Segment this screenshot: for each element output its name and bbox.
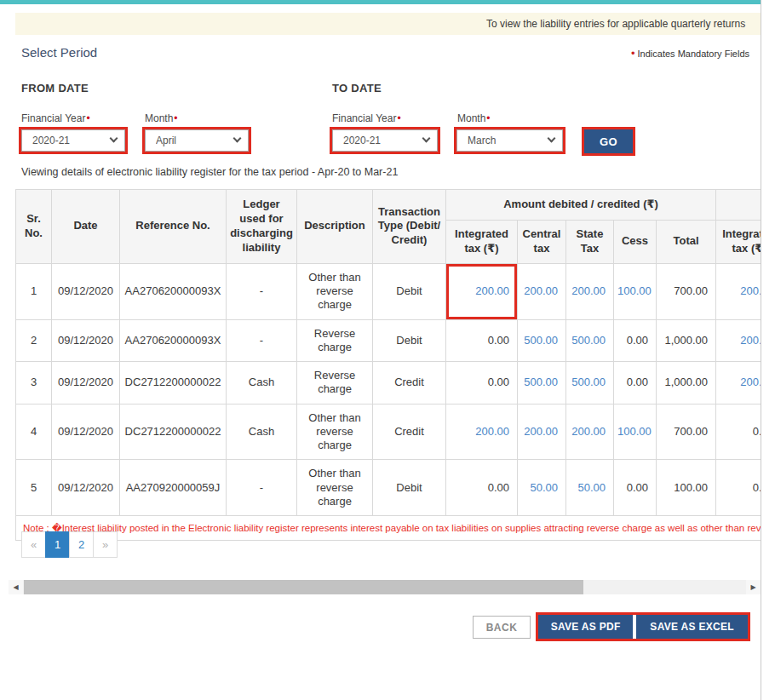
amount-cell: 1,000.00 (657, 362, 716, 405)
table-row: 509/12/2020AA270920000059J-Other than re… (16, 460, 761, 516)
table-row: 409/12/2020DC2712200000022CashOther than… (16, 404, 761, 460)
table-note: Note : �Interest liability posted in the… (16, 516, 761, 541)
amount-link-cell[interactable]: 200.00 (566, 404, 614, 460)
to-fy-highlight-box: 2020-21 (330, 127, 440, 154)
required-asterisk: • (174, 112, 177, 124)
amount-cell: 0.00 (446, 362, 518, 405)
save-as-pdf-button[interactable]: SAVE AS PDF (538, 615, 633, 639)
from-financial-year-label: Financial Year• (21, 112, 90, 124)
transaction-type-cell: Debit (373, 263, 446, 319)
table-row: 109/12/2020AA270620000093X-Other than re… (16, 263, 761, 319)
amount-link-cell[interactable]: 500.00 (518, 362, 566, 405)
amount-cell: 0.00 (614, 460, 657, 516)
table-row: 209/12/2020AA270620000093X-Reverse charg… (16, 319, 761, 362)
ledger-cell: Cash (227, 362, 297, 405)
amount-link-cell[interactable]: 200.00 (446, 404, 518, 460)
amount-cell: 100.00 (657, 460, 716, 516)
amount-cell: 1,000.00 (657, 319, 716, 362)
date-cell: 09/12/2020 (52, 263, 120, 319)
ledger-cell: Cash (227, 404, 297, 460)
ledger-cell: - (227, 319, 297, 362)
reference-no-cell: DC2712200000022 (120, 404, 227, 460)
reference-no-cell: AA270620000093X (120, 263, 227, 319)
amount-cell: 700.00 (657, 404, 716, 460)
to-month-select[interactable]: March (456, 129, 563, 152)
col-header-description: Description (297, 190, 373, 264)
date-cell: 09/12/2020 (52, 460, 120, 516)
amount-link-cell[interactable]: 200.00 (716, 319, 761, 362)
amount-cell: 0.00 (446, 460, 518, 516)
ledger-cell: - (227, 263, 297, 319)
col-header-state-tax: State Tax (566, 221, 614, 264)
amount-link-cell[interactable]: 200.00 (716, 362, 761, 405)
col-header-ledger: Ledger used for discharging liability (227, 190, 297, 264)
note-row: Note : �Interest liability posted in the… (16, 516, 761, 541)
col-header-sr-no: Sr. No. (16, 190, 52, 264)
col-header-integrated-tax-extra: Integrated tax (₹) (716, 221, 761, 264)
right-edge-divider (761, 0, 761, 700)
amount-cell: 0.00 (446, 319, 518, 362)
amount-link-cell[interactable]: 100.00 (614, 263, 657, 319)
col-header-date: Date (52, 190, 120, 264)
required-asterisk: • (86, 112, 89, 124)
mandatory-dot-icon: • (631, 47, 635, 60)
amount-link-cell[interactable]: 500.00 (566, 319, 614, 362)
liability-table-body: 109/12/2020AA270620000093X-Other than re… (16, 263, 761, 515)
from-month-label: Month• (145, 112, 178, 124)
required-asterisk: • (397, 112, 400, 124)
description-cell: Other than reverse charge (297, 404, 373, 460)
transaction-type-cell: Debit (373, 319, 446, 362)
from-month-select[interactable]: April (145, 129, 249, 152)
liability-register-page: To view the liability entries for applic… (0, 0, 775, 700)
sr-no-cell: 2 (16, 319, 52, 362)
amount-link-cell[interactable]: 500.00 (566, 362, 614, 405)
horizontal-scrollbar[interactable]: ◀ ▶ (9, 580, 761, 594)
viewing-details-text: Viewing details of electronic liability … (21, 166, 398, 178)
go-button[interactable]: GO (584, 129, 633, 153)
liability-table: Sr. No. Date Reference No. Ledger used f… (15, 189, 761, 541)
reference-no-cell: DC2712200000022 (120, 362, 227, 405)
pagination-next-button[interactable]: » (93, 531, 118, 558)
reference-no-cell: AA270620000093X (120, 319, 227, 362)
sr-no-cell: 1 (16, 263, 52, 319)
scroll-right-arrow-icon[interactable]: ▶ (746, 580, 761, 594)
col-header-transaction-type: Transaction Type (Debit/ Credit) (373, 190, 446, 264)
amount-link-cell[interactable]: 100.00 (614, 404, 657, 460)
amount-cell: 0.00 (716, 460, 761, 516)
amount-link-cell[interactable]: 200.00 (518, 404, 566, 460)
amount-cell: 700.00 (657, 263, 716, 319)
to-month-highlight-box: March (454, 127, 565, 154)
liability-table-container: Sr. No. Date Reference No. Ledger used f… (15, 189, 761, 541)
back-button[interactable]: BACK (473, 616, 531, 639)
from-financial-year-select[interactable]: 2020-21 (21, 129, 125, 152)
scroll-left-arrow-icon[interactable]: ◀ (9, 580, 23, 594)
amount-cell: 0.00 (614, 319, 657, 362)
save-buttons-highlight-box: SAVE AS PDF SAVE AS EXCEL (536, 612, 750, 641)
pagination-prev-button[interactable]: « (21, 531, 46, 558)
to-financial-year-select[interactable]: 2020-21 (332, 129, 438, 152)
amount-link-cell[interactable]: 200.00 (518, 263, 566, 319)
transaction-type-cell: Debit (373, 460, 446, 516)
amount-link-cell[interactable]: 50.00 (566, 460, 614, 516)
date-cell: 09/12/2020 (52, 362, 120, 405)
amount-link-cell[interactable]: 50.00 (518, 460, 566, 516)
sr-no-cell: 3 (16, 362, 52, 405)
amount-link-cell[interactable]: 200.00 (566, 263, 614, 319)
from-month-highlight-box: April (142, 127, 251, 154)
amount-link-cell[interactable]: 200.00 (716, 263, 761, 319)
date-cell: 09/12/2020 (52, 319, 120, 362)
amount-link-cell[interactable]: 200.00 (446, 263, 518, 319)
amount-cell: 0.00 (614, 362, 657, 405)
date-cell: 09/12/2020 (52, 404, 120, 460)
scrollbar-thumb[interactable] (24, 580, 583, 594)
pagination-page-2[interactable]: 2 (69, 531, 94, 558)
to-month-label: Month• (457, 112, 491, 124)
amount-link-cell[interactable]: 500.00 (518, 319, 566, 362)
save-as-excel-button[interactable]: SAVE AS EXCEL (636, 615, 748, 639)
description-cell: Other than reverse charge (297, 460, 373, 516)
pagination-page-1[interactable]: 1 (45, 531, 70, 558)
col-header-cess: Cess (614, 221, 657, 264)
from-date-heading: FROM DATE (21, 82, 89, 95)
transaction-type-cell: Credit (373, 404, 446, 460)
page-title: Select Period (21, 45, 97, 60)
